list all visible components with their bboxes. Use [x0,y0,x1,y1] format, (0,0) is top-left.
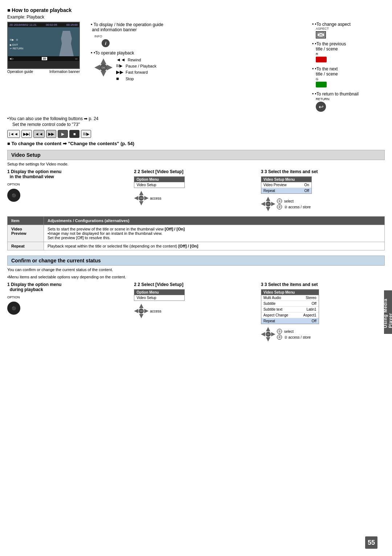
fastfwd-icon: ▶▶ [116,69,123,75]
confirm-aspect-val: Aspect1 [303,313,317,317]
pause-label: Pause / Playback [126,64,156,68]
confirm-aspect-label: Aspect Change [264,313,288,317]
dpad3-up[interactable] [266,197,270,201]
menu1-item-label: Video Setup [136,183,156,187]
info-icon: i [102,39,110,47]
to-change-note: ■ To change the content ➡ "Change the co… [7,141,385,146]
step3-text: 3 Select the items and set [265,169,318,174]
dpad2-up[interactable] [139,191,143,195]
confirm-dpad3-down[interactable] [266,337,270,342]
confirm-circle-2: ② [277,335,282,340]
dpad2-ok[interactable]: OK [139,196,144,201]
confirm-subtitle-text-val: Latin1 [306,307,316,311]
dpad-widget[interactable]: OK [94,58,113,77]
dpad-controls-area: OK ◄◄ Rewind II/▶ Pause / Playback [94,57,309,82]
adj-col-repeat: Playback repeat within the title or sele… [44,242,385,250]
confirm-subtitle-val: Off [312,302,317,306]
confirm-dpad2-ok[interactable]: OK [139,308,144,314]
btn-play[interactable]: ▶ [58,130,68,138]
step2-title: 2 2 Select [Video Setup] [134,169,255,174]
dpad3-right[interactable] [271,202,275,206]
confirm-select-label: select [284,330,294,334]
red-button[interactable] [316,57,327,62]
dpad-step2[interactable]: OK [134,191,148,205]
menu2-repeat-label: Repeat [264,189,275,193]
confirm-step2-text: 2 Select [Video Setup] [138,282,183,287]
confirm-dpad3-ok[interactable]: OK [266,332,271,337]
config-table: Item Adjustments / Configurations (alter… [7,216,385,250]
dpad-up[interactable] [101,58,106,64]
info-area: INFO i [94,34,309,47]
tv-top-bar: 2D 2019/09/02 11:21 00:02:05 00:15:00 [8,23,79,27]
menu2-header: Video Setup Menu [261,177,311,182]
confirm-dpad3-left[interactable] [261,332,265,336]
dpad-ok[interactable]: OK [100,64,107,71]
confirm-dpad2-left[interactable] [134,309,138,313]
step2-text: 2 Select [Video Setup] [138,169,183,174]
fastfwd-row: ▶▶ Fast forward [116,69,156,75]
btn-prev-prev[interactable]: |◄◄ [7,130,20,138]
item-preview-label: VideoPreview [11,227,26,236]
confirm-circle-1: ① [277,329,282,334]
btn-next-next[interactable]: ▶▶| [21,130,32,138]
access-store-label-1: ② access / store [284,205,311,209]
dpad3-down[interactable] [266,207,270,211]
dpad2-left[interactable] [134,196,138,200]
btn-stop[interactable]: ■ [69,130,79,138]
tv-bottom-icons: ◀ ▷ [9,57,14,60]
green-button[interactable] [316,82,327,87]
tv-labels: Operation guide Information banner [7,70,80,74]
how-to-operate-section: ■ How to operate playback Example: Playb… [7,7,385,146]
stop-icon: ■ [116,76,123,81]
also-use-section: •You can also use the following buttons … [7,116,385,121]
adj-col-preview: Sets to start the preview of the title o… [44,225,385,242]
pause-row: II/▶ Pause / Playback [116,64,156,68]
select-label-1: select [284,199,294,203]
option-button-1[interactable]: ⚫ [7,189,20,202]
confirm-dpad3-up[interactable] [266,327,270,331]
dpad3-ok[interactable]: OK [266,201,271,207]
step3-labels: ① select ② ② access / store [277,199,311,209]
prev-title: •To the previous [315,41,346,46]
tv-screen-col: 2D 2019/09/02 11:21 00:02:05 00:15:00 II… [7,22,87,74]
thumbnail-title: •To return to thumbnail [315,91,359,97]
next-subtitle: title / scene [316,71,338,77]
dpad-left[interactable] [94,65,100,70]
op-guide-label: Operation guide [7,70,33,74]
right-col: • •To change aspect ASPECT [312,22,385,113]
confirm-dpad-step2[interactable]: OK [134,304,148,318]
return-button[interactable]: ↩ [316,102,326,112]
confirm-multi-audio-label: Multi Audio [264,296,281,300]
confirm-dpad3-right[interactable] [271,332,275,336]
dpad-step3[interactable]: OK [261,197,275,211]
btn-rewind[interactable]: ◄◄ [33,130,45,138]
confirm-step2-title: 2 2 Select [Video Setup] [134,282,255,287]
dpad-right[interactable] [107,65,113,70]
option-tag-1: OPTION [7,183,20,186]
tv-icon-row: II/▶ ⊙ [10,38,23,42]
confirm-option-menu-2: Video Setup Menu Multi Audio Stereo Subt… [261,289,319,324]
btn-ffwd[interactable]: ▶▶ [46,130,56,138]
confirm-dpad-step3[interactable]: OK [261,327,275,342]
dpad-down[interactable] [101,71,106,77]
dpad2-down[interactable] [139,201,143,205]
next-title: •To the next [315,66,338,71]
item-col-preview: VideoPreview [8,225,44,242]
dpad2-right[interactable] [144,196,148,200]
display-hide-note: • To display / hide the operation guide … [91,22,309,32]
access-label-1: access [150,196,161,200]
step3-title: 3 3 Select the items and set [261,169,382,174]
playback-section: 2D 2019/09/02 11:21 00:02:05 00:15:00 II… [7,22,385,113]
confirm-dpad2-right[interactable] [144,309,148,313]
step2-col: 2 2 Select [Video Setup] Option Menu Vid… [131,169,258,207]
controls-col: • To display / hide the operation guide … [87,22,312,82]
confirm-dpad2-up[interactable] [139,304,143,308]
dpad3-left[interactable] [261,202,265,206]
confirm-step3-dpad-row: OK ① select ② ② access / store [261,326,382,343]
confirm-dpad2-down[interactable] [139,314,143,318]
btn-pause-play[interactable]: II/▶ [81,130,91,138]
confirm-option-button[interactable]: ⚫ [7,302,20,315]
rewind-icon: ◄◄ [116,57,126,62]
step1-text: Display the option menu in the thumbnail… [7,169,61,179]
confirm-menu2-row-subtitle-text: Subtitle text Latin1 [261,307,319,312]
